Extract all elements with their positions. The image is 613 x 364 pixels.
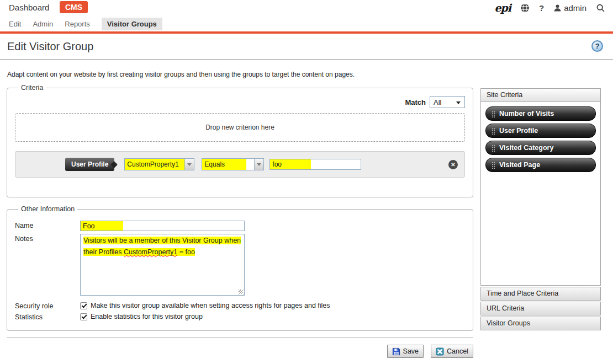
name-input[interactable] [80,221,245,231]
main-nav: Edit Admin Reports Visitor Groups [9,18,162,30]
site-criteria-header[interactable]: Site Criteria [481,89,600,102]
criterion-row: User Profile CustomProperty1 Equals ✕ [15,151,465,178]
match-select[interactable]: All [430,96,465,108]
chevron-down-icon [187,163,192,166]
user-menu[interactable]: admin [553,3,586,13]
name-row: Name [15,221,465,231]
security-role-label: Security role [15,301,80,310]
page-help-icon[interactable]: ? [591,40,603,52]
criterion-label: Visited Category [499,144,553,152]
top-bar: Dashboard CMS epi ? admin [0,0,613,15]
drag-handle-icon [492,162,495,169]
notes-textarea[interactable]: Visitors will be a member of this Visito… [80,234,245,296]
criterion-visited-category[interactable]: Visited Category [485,141,596,155]
action-row: Save Cancel [7,345,473,358]
notes-row: Notes Visitors will be a member of this … [15,234,465,296]
dropzone-text: Drop new criterion here [205,124,274,131]
criterion-label: Number of Visits [499,110,554,117]
statistics-checkbox[interactable] [80,313,87,320]
notes-label: Notes [15,234,80,296]
cancel-x-icon [436,347,444,356]
edit-visitor-group-page: Dashboard CMS epi ? admin Edit Admin Rep… [0,0,613,364]
save-button-label: Save [403,347,419,355]
footer-divider [7,338,473,338]
criteria-legend: Criteria [18,84,46,92]
chevron-down-icon [257,163,261,166]
other-information-fieldset: Other Information Name Notes Visitors wi… [7,205,473,331]
dashboard-link[interactable]: Dashboard [9,3,49,12]
criteria-sidebar: Site Criteria Number of Visits User Prof… [480,88,601,330]
property-select-arrow[interactable] [184,159,194,170]
criterion-user-profile[interactable]: User Profile [485,124,596,138]
drag-handle-icon [492,127,495,135]
user-icon [553,4,562,12]
textarea-resize-handle[interactable] [239,290,244,295]
top-icon-group: epi ? admin [494,2,605,14]
nav-item-reports[interactable]: Reports [65,20,90,28]
criterion-label: User Profile [499,127,538,135]
operator-select-value: Equals [202,159,254,170]
name-label: Name [15,221,80,231]
user-name-label: admin [564,3,586,13]
checkmark-icon [82,302,87,308]
statistics-row: Statistics Enable statistics for this vi… [15,312,465,321]
search-icon[interactable] [596,3,605,13]
notes-text-line2-pre: their Profiles [83,248,124,256]
save-button[interactable]: Save [387,345,424,358]
criterion-visited-page[interactable]: Visited Page [485,158,596,172]
chevron-down-icon [456,101,461,104]
checkmark-icon [82,313,87,319]
security-role-checkbox[interactable] [80,302,87,309]
page-description: Adapt content on your website by first c… [7,71,355,78]
cms-button[interactable]: CMS [60,1,88,13]
match-row: Match All [15,95,465,109]
operator-select-arrow[interactable] [254,159,263,170]
criterion-type-label: User Profile [71,160,108,168]
nav-item-visitor-groups[interactable]: Visitor Groups [102,18,162,30]
section-url-criteria[interactable]: URL Criteria [480,302,601,315]
help-icon[interactable]: ? [539,3,544,13]
notes-misspelled-word: CustomProperty1 [124,248,177,256]
criterion-dropzone[interactable]: Drop new criterion here [15,113,465,142]
criterion-number-of-visits[interactable]: Number of Visits [485,106,596,121]
nav-item-admin[interactable]: Admin [33,20,53,28]
notes-text-line2-post: = foo [177,248,195,256]
criterion-type-badge[interactable]: User Profile [65,158,114,171]
other-information-legend: Other Information [18,205,77,213]
notes-text-line1: Visitors will be a member of this Visito… [83,237,241,244]
match-select-value: All [434,98,441,106]
section-visitor-groups[interactable]: Visitor Groups [480,317,601,330]
statistics-label: Statistics [15,312,80,321]
cancel-button-label: Cancel [447,347,468,355]
cancel-button[interactable]: Cancel [431,345,473,358]
property-select[interactable]: CustomProperty1 [124,158,194,170]
page-title: Edit Visitor Group [7,40,93,53]
match-label: Match [405,98,426,106]
criterion-value-input[interactable] [269,159,361,170]
site-criteria-body: Number of Visits User Profile Visited Ca… [481,102,600,179]
security-role-row: Security role Make this visitor group av… [15,301,465,310]
statistics-text: Enable statistics for this visitor group [91,313,203,320]
save-floppy-icon [392,347,400,356]
drag-handle-icon [492,110,495,117]
property-select-value: CustomProperty1 [125,159,184,170]
nav-item-edit[interactable]: Edit [9,20,21,28]
title-row: Edit Visitor Group ? [0,34,613,60]
epi-logo: epi [494,2,511,14]
operator-select[interactable]: Equals [202,158,264,170]
remove-criterion-icon[interactable]: ✕ [448,160,458,169]
criteria-fieldset: Criteria Match All Drop new criterion he… [7,84,473,197]
globe-icon[interactable] [520,3,530,13]
site-criteria-panel: Site Criteria Number of Visits User Prof… [480,88,601,286]
badge-arrow-icon [110,161,118,168]
criterion-label: Visited Page [499,161,540,169]
drag-handle-icon [492,144,495,152]
security-role-text: Make this visitor group available when s… [91,302,330,309]
section-time-and-place-criteria[interactable]: Time and Place Criteria [480,287,601,301]
